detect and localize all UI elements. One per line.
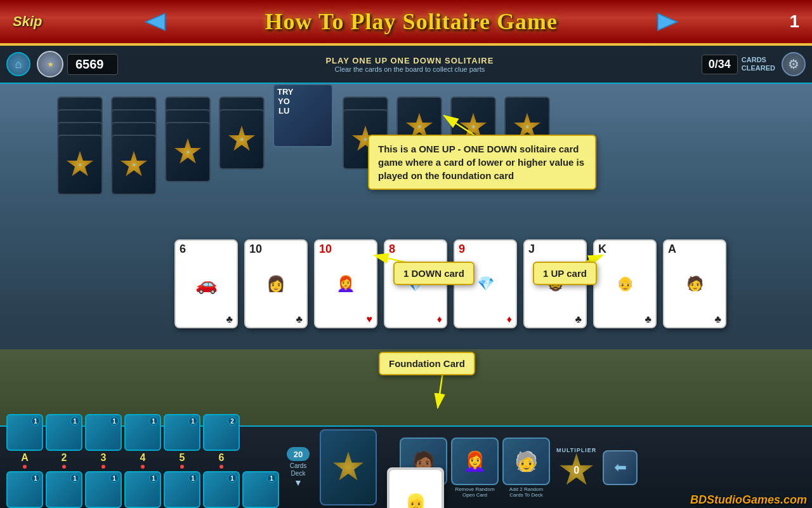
- tableau-card-faceup[interactable]: TRY YO LU: [273, 84, 333, 147]
- tableau-card[interactable]: ★: [450, 97, 496, 157]
- star-badge: ★: [228, 126, 256, 154]
- card-label: 5: [180, 452, 185, 464]
- star-badge: ★: [459, 113, 487, 141]
- hand-card-ten-clubs[interactable]: 10 👩 ♣: [244, 239, 308, 328]
- tableau-card[interactable]: ★: [111, 135, 157, 195]
- card-dot: [102, 465, 105, 469]
- card-button-Q[interactable]: 1 Q: [203, 471, 240, 508]
- action-button-2[interactable]: 👩‍🦰 Remove RandomOpen Card: [451, 438, 499, 498]
- card-btn-inner: 1: [6, 414, 43, 451]
- card-btn-inner: 1: [85, 471, 122, 508]
- card-btn-inner: 1: [6, 471, 43, 508]
- card-button-7[interactable]: 1 7: [6, 471, 43, 508]
- foundation-deck-area[interactable]: [320, 429, 377, 505]
- tableau-card[interactable]: ★: [396, 97, 442, 157]
- card-count: 1: [188, 474, 197, 483]
- tableau-card[interactable]: ★: [504, 97, 550, 157]
- card-button-6[interactable]: 2 6: [203, 414, 240, 469]
- card-image: 👩‍🦰: [318, 253, 373, 314]
- card-dot: [141, 465, 145, 469]
- hand-card-jack-clubs[interactable]: J 🧔 ♣: [523, 239, 587, 328]
- star-badge: ★: [513, 113, 541, 141]
- score-display: 6569: [67, 54, 118, 75]
- hand-card-eight-diamonds[interactable]: 8 💎 ♦: [384, 239, 447, 328]
- card-button-J[interactable]: 1 J: [164, 471, 200, 508]
- foundation-badge: [332, 451, 364, 483]
- hand-card-six-clubs[interactable]: 6 🚗 ♣: [174, 239, 238, 328]
- deck-arrow-down: ▼: [294, 478, 303, 488]
- cards-cleared-area: 0/34 CARDSCLEARED: [702, 55, 775, 74]
- cleared-count: 0/34: [702, 55, 738, 74]
- deck-count-row: 20: [287, 447, 310, 462]
- foundation-card[interactable]: Q 👱‍♀️ ♠: [387, 467, 444, 508]
- card-count: 1: [228, 474, 237, 483]
- settings-button[interactable]: ⚙: [782, 52, 806, 76]
- skip-button[interactable]: Skip: [13, 13, 42, 30]
- card-btn-inner: 1: [85, 414, 122, 451]
- svg-marker-0: [145, 13, 165, 30]
- card-image: 💎: [388, 253, 443, 314]
- card-button-5[interactable]: 1 5: [164, 414, 200, 469]
- card-button-3[interactable]: 1 3: [85, 414, 122, 469]
- card-button-K[interactable]: 1 K: [242, 471, 279, 508]
- hand-card-king-clubs[interactable]: K 👴 ♣: [593, 239, 657, 328]
- card-button-2[interactable]: 1 2: [46, 414, 82, 469]
- hand-card-ten-hearts[interactable]: 10 👩‍🦰 ♥: [314, 239, 377, 328]
- play-mode-title: PLAY ONE UP ONE DOWN SOLITAIRE: [124, 56, 695, 65]
- page-number: 1: [780, 11, 799, 32]
- card-button-4[interactable]: 1 4: [124, 414, 161, 469]
- tableau-card[interactable]: ★: [165, 122, 211, 182]
- card-button-9[interactable]: 1 9: [85, 471, 122, 508]
- play-mode-info: PLAY ONE UP ONE DOWN SOLITAIRE Clear the…: [124, 56, 695, 73]
- card-label: 6: [219, 452, 225, 464]
- card-dot: [62, 465, 66, 469]
- tableau-card[interactable]: ★: [219, 109, 265, 170]
- game-area: ⌂ ★ 6569 PLAY ONE UP ONE DOWN SOLITAIRE …: [0, 46, 812, 508]
- cleared-label: CARDSCLEARED: [742, 56, 775, 72]
- multiplier-label: MULTIPLIER: [556, 447, 596, 453]
- badge-icon: ★: [37, 51, 63, 77]
- card-count: 1: [70, 417, 79, 425]
- card-buttons-row2: 1 7 1 8 1 9 1: [6, 471, 279, 508]
- card-btn-inner: 2: [203, 414, 240, 451]
- hand-card-ace-clubs[interactable]: A 🧑 ♣: [663, 239, 726, 328]
- card-button-8[interactable]: 1 8: [46, 471, 82, 508]
- watermark: BDStudioGames.com: [690, 493, 807, 507]
- card-suit: ♣: [296, 314, 303, 324]
- action-portrait-2: 👩‍🦰: [451, 438, 499, 485]
- card-btn-inner: 1: [203, 471, 240, 508]
- card-dot: [23, 465, 27, 469]
- card-dot: [219, 465, 223, 469]
- score-area: ★ 6569: [37, 51, 118, 77]
- play-mode-subtitle: Clear the cards on the board to collect …: [124, 65, 695, 73]
- card-suit: ♥: [367, 314, 373, 324]
- card-count: 1: [188, 417, 197, 425]
- card-suit: ♣: [715, 314, 722, 324]
- star-badge: ★: [405, 113, 433, 141]
- prev-arrow-btn[interactable]: [138, 9, 169, 34]
- card-count: 1: [110, 474, 119, 483]
- home-button[interactable]: ⌂: [6, 52, 30, 76]
- card-label: A: [21, 452, 29, 464]
- page-title: How To Play Solitaire Game: [265, 8, 558, 35]
- star-badge: ★: [174, 138, 202, 166]
- card-buttons-group: 1 A 1 2 1 3: [6, 414, 279, 508]
- svg-marker-1: [658, 13, 678, 30]
- hand-card-nine-diamonds[interactable]: 9 💎 ♦: [454, 239, 517, 328]
- card-suit: ♦: [507, 314, 512, 324]
- action-label-2: Remove RandomOpen Card: [455, 486, 494, 498]
- card-suit: ♣: [575, 314, 582, 324]
- card-image: 👩: [249, 253, 303, 314]
- action-button-3[interactable]: 🧓 Add 2 RandomCards To Deck: [502, 438, 550, 498]
- tableau-card[interactable]: ★: [343, 109, 388, 170]
- undo-button[interactable]: ⬅: [603, 450, 638, 485]
- star-badge: ★: [120, 151, 148, 179]
- card-button-10[interactable]: 1 10: [124, 471, 161, 508]
- deck-label: CardsDeck: [290, 462, 307, 478]
- action-portrait-3: 🧓: [502, 438, 550, 485]
- tableau-card[interactable]: ★: [57, 135, 103, 195]
- card-button-A[interactable]: 1 A: [6, 414, 43, 469]
- card-count: 1: [31, 474, 40, 483]
- card-btn-inner: 1: [242, 471, 279, 508]
- next-arrow-btn[interactable]: [653, 9, 684, 34]
